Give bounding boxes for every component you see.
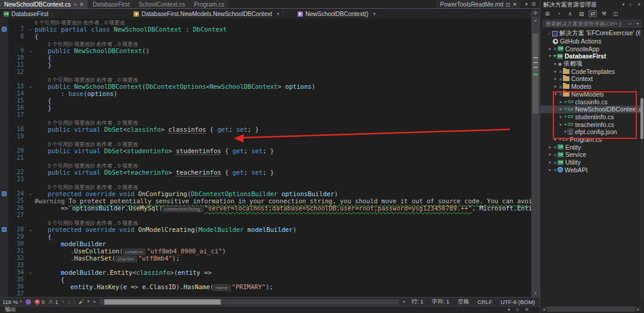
code-line[interactable]: 35{: [0, 276, 531, 283]
pin-icon[interactable]: ⊹: [629, 2, 633, 7]
code-line[interactable]: 7⌄public partial class NewSchoolDBContex…: [0, 26, 531, 33]
scroll-left-icon[interactable]: ◂: [93, 299, 95, 304]
zoom-selector[interactable]: 118 % ▾: [2, 299, 22, 305]
collapse-all-icon[interactable]: ∧: [566, 11, 574, 17]
document-well-options-icon[interactable]: ⚙: [531, 1, 536, 7]
member-dropdown[interactable]: ◧ NewSchoolDBContext() ▾: [294, 10, 379, 18]
code-line[interactable]: 29{: [0, 233, 531, 240]
pin-icon[interactable]: ⊹: [516, 307, 520, 312]
scroll-up-icon[interactable]: ▴: [531, 17, 540, 24]
scroll-right-icon[interactable]: ▸: [635, 307, 641, 312]
tab-program[interactable]: Program.cs: [190, 0, 229, 8]
codelens-row[interactable]: 0 个引用|0 项更改|0 名作者，0 项更改: [0, 183, 531, 190]
switch-views-icon[interactable]: ⊞: [543, 11, 552, 17]
code-line[interactable]: 10{: [0, 54, 531, 61]
close-tab-icon[interactable]: ✕: [513, 2, 517, 7]
expander-chevron-icon[interactable]: ▸: [553, 84, 558, 89]
code-line[interactable]: 22public virtual DbSet<teacherinfo> teac…: [0, 169, 531, 176]
properties-icon[interactable]: ⚒: [600, 11, 608, 17]
expander-chevron-icon[interactable]: ▸: [558, 107, 564, 111]
expander-chevron-icon[interactable]: ▸: [558, 100, 564, 104]
tree-item-webapi[interactable]: ▸aWebAPI: [540, 166, 640, 173]
expander-chevron-icon[interactable]: ▸: [547, 160, 553, 165]
live-share-icon[interactable]: [26, 299, 31, 305]
editor-vertical-scrollbar[interactable]: ✛ ▴ ▾: [531, 10, 540, 297]
tree-item--[interactable]: ▸◆依赖项: [540, 60, 640, 68]
codelens-row[interactable]: 0 个引用|0 项更改|0 名作者，0 项更改: [0, 76, 531, 83]
code-line[interactable]: 26=> optionsBuilder.UseMySql(connectionS…: [0, 204, 531, 212]
code-line[interactable]: 32.HasCharSet(charSet:"utf8mb4");: [0, 255, 531, 262]
code-line[interactable]: 37: [0, 290, 531, 297]
tree-item-newschooldbcontext-cs[interactable]: ▸+C#NewSchoolDBContext.cs: [540, 106, 640, 113]
show-all-files-icon[interactable]: ▤: [577, 11, 586, 17]
fold-chevron-icon[interactable]: ⌄: [26, 26, 35, 33]
code-line[interactable]: 28⌄protected override void OnModelCreati…: [0, 226, 531, 233]
expander-chevron-icon[interactable]: ▸: [547, 47, 553, 51]
code-line[interactable]: 31.UseCollation(collation:"utf8mb4_0900_…: [0, 247, 531, 255]
type-dropdown[interactable]: ◆ DatabaseFirst.NewModels.NewSchoolDBCon…: [130, 10, 283, 18]
code-line[interactable]: 15{: [0, 97, 531, 104]
close-icon[interactable]: ✕: [525, 307, 529, 312]
tree-item-teacherinfo-cs[interactable]: ▸+C#teacherinfo.cs: [540, 120, 640, 128]
fold-chevron-icon[interactable]: ⌄: [26, 83, 35, 90]
expander-chevron-icon[interactable]: ▸: [547, 152, 553, 157]
solution-search-input[interactable]: [543, 21, 626, 27]
tree-item-classinfo-cs[interactable]: ▸+C#classinfo.cs: [540, 98, 640, 106]
code-line[interactable]: 23: [0, 176, 531, 183]
output-panel-header[interactable]: 输出 ▾ ⊹ ✕: [0, 306, 540, 313]
codelens-row[interactable]: 0 个引用|0 项更改|0 名作者，0 项更改: [0, 162, 531, 169]
expander-chevron-icon[interactable]: ▸: [553, 137, 558, 142]
code-line[interactable]: 11}: [0, 61, 531, 69]
code-line[interactable]: 25#warning To protect potentially sensit…: [0, 197, 531, 204]
tree-item-studentinfo-cs[interactable]: ▸+C#studentinfo.cs: [540, 113, 640, 121]
codelens-row[interactable]: 0 个引用|0 项更改|0 名作者，0 项更改: [0, 119, 531, 126]
tab-newschooldbcontext[interactable]: NewSchoolDBContext.cs ⊹ ✕: [0, 0, 88, 8]
expander-chevron-icon[interactable]: ▸: [553, 69, 558, 74]
pin-tab-icon[interactable]: ⊹: [73, 2, 78, 7]
tree-item-service[interactable]: ▸aC#Service: [540, 151, 640, 159]
scrollbar-track[interactable]: [547, 306, 635, 312]
splitter-handle[interactable]: ✛: [531, 10, 540, 17]
tab-powertoolsreadme[interactable]: PowerToolsReadMe.md ◫ ✕: [436, 0, 521, 8]
tree-item-github-actions[interactable]: GitHub Actions: [540, 38, 640, 45]
column-indicator[interactable]: 字符: 1: [429, 298, 452, 306]
chevron-down-icon[interactable]: ▾: [508, 307, 510, 312]
encoding-indicator[interactable]: UTF-8 (BOM): [498, 299, 537, 305]
keep-open-icon[interactable]: ◫: [506, 2, 510, 7]
solution-explorer-vertical-scrollbar[interactable]: [640, 30, 643, 301]
tree-item-efpt-config-json[interactable]: +{}efpt.config.json: [540, 128, 640, 136]
code-line[interactable]: 12: [0, 69, 531, 76]
code-line[interactable]: 21: [0, 154, 531, 162]
spaces-indicator[interactable]: 空格: [456, 298, 472, 306]
code-line[interactable]: 20public virtual DbSet<studentinfo> stud…: [0, 147, 531, 154]
code-line[interactable]: 13⌄public NewSchoolDBContext(DbContextOp…: [0, 83, 531, 90]
code-line[interactable]: 8{: [0, 33, 531, 40]
codelens-row[interactable]: 5 个引用|0 项更改|0 名作者，0 项更改: [0, 18, 531, 26]
tree-item-program-cs[interactable]: ▸+C#Program.cs: [540, 136, 640, 144]
expander-chevron-icon[interactable]: ▸: [553, 61, 558, 66]
tree-item-context[interactable]: ▸aContext: [540, 75, 640, 83]
code-line[interactable]: 14: base(options): [0, 90, 531, 97]
code-line[interactable]: 19: [0, 133, 531, 140]
code-line[interactable]: 27: [0, 212, 531, 219]
close-tab-icon[interactable]: ✕: [79, 2, 83, 7]
tree-item-consoleapp[interactable]: ▸aC#ConsoleApp: [540, 45, 640, 52]
code-line[interactable]: 33: [0, 262, 531, 269]
codelens-row[interactable]: 0 个引用|0 项更改|0 名作者，0 项更改: [0, 219, 531, 226]
tree-item-newmodels[interactable]: ▾aNewModels: [540, 91, 640, 98]
tree-item-codetemplates[interactable]: ▸aCodeTemplates: [540, 67, 640, 75]
tree-item-models[interactable]: ▸aModels: [540, 83, 640, 91]
code-line[interactable]: 30modelBuilder: [0, 240, 531, 247]
solution-explorer-horizontal-scrollbar[interactable]: ◂ ▸: [541, 306, 641, 312]
expander-chevron-icon[interactable]: ▾: [553, 92, 558, 97]
expander-chevron-icon[interactable]: ▸: [553, 76, 558, 81]
codelens-row[interactable]: 1 个引用|0 项更改|0 名作者，0 项更改: [0, 40, 531, 47]
fold-chevron-icon[interactable]: ⌄: [26, 269, 35, 276]
expander-chevron-icon[interactable]: ▾: [547, 54, 553, 58]
tree-item--efcoreexercise-6-6-[interactable]: ✓解决方案 'EFCoreExercise' (6 个项目，共 6 个项目): [540, 30, 640, 38]
next-issue-icon[interactable]: ↓: [68, 299, 71, 305]
code-line[interactable]: 18public virtual DbSet<classinfo> classi…: [0, 126, 531, 133]
warning-indicator[interactable]: ⚠ 1: [48, 299, 58, 305]
expander-chevron-icon[interactable]: ▸: [558, 114, 564, 119]
codelens-row[interactable]: 0 个引用|0 项更改|0 名作者，0 项更改: [0, 140, 531, 147]
